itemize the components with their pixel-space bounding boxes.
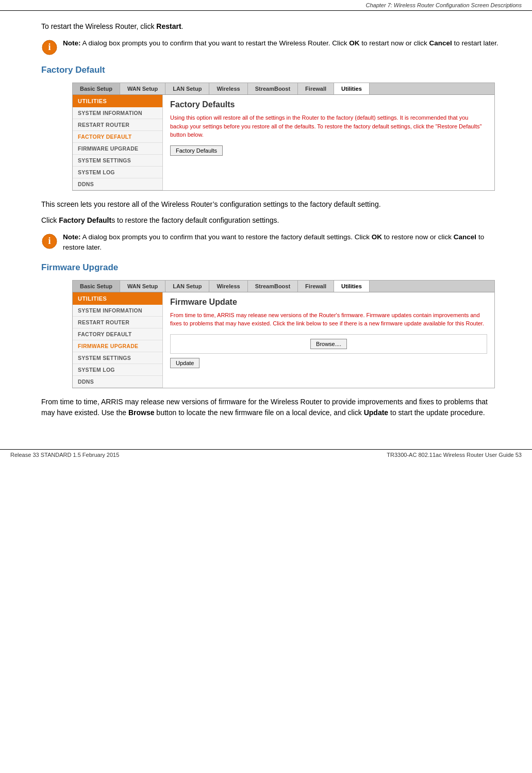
fw-sidebar-item-ddns[interactable]: DDNS bbox=[73, 376, 162, 388]
fw-sidebar-item-firmware-upgrade[interactable]: FIRMWARE UPGRADE bbox=[73, 340, 162, 352]
factory-defaults-button[interactable]: Factory Defaults bbox=[170, 145, 223, 156]
sidebar-header: UTILITIES bbox=[73, 95, 162, 107]
firmware-nav-tabs: Basic Setup WAN Setup LAN Setup Wireless… bbox=[73, 281, 494, 292]
factory-main-desc: Using this option will restore all of th… bbox=[170, 113, 487, 139]
chapter-title: Chapter 7: Wireless Router Configuration… bbox=[365, 2, 522, 8]
firmware-sidebar: UTILITIES SYSTEM INFORMATION RESTART ROU… bbox=[73, 292, 163, 388]
factory-note-text: Note: A dialog box prompts you to confir… bbox=[63, 232, 501, 253]
tab-wireless[interactable]: Wireless bbox=[209, 83, 247, 94]
firmware-main-desc: From time to time, ARRIS may release new… bbox=[170, 311, 487, 328]
firmware-router-ui: Basic Setup WAN Setup LAN Setup Wireless… bbox=[72, 280, 495, 388]
sidebar-item-system-settings[interactable]: SYSTEM SETTINGS bbox=[73, 155, 162, 167]
page-footer: Release 33 STANDARD 1.5 February 2015 TR… bbox=[0, 449, 532, 460]
firmware-body-text: From time to time, ARRIS may release new… bbox=[41, 397, 501, 418]
tab-utilities[interactable]: Utilities bbox=[334, 83, 370, 94]
fw-sidebar-item-system-information[interactable]: SYSTEM INFORMATION bbox=[73, 305, 162, 317]
factory-sidebar: UTILITIES SYSTEM INFORMATION RESTART ROU… bbox=[73, 95, 163, 190]
tab-basic-setup[interactable]: Basic Setup bbox=[73, 83, 120, 94]
tab-streamboost[interactable]: StreamBoost bbox=[248, 83, 298, 94]
firmware-browse-row: Browse.... bbox=[170, 334, 487, 354]
footer-right: TR3300-AC 802.11ac Wireless Router User … bbox=[387, 452, 522, 458]
factory-default-heading: Factory Default bbox=[41, 65, 501, 75]
factory-router-main: Factory Defaults Using this option will … bbox=[163, 95, 494, 190]
tab-lan-setup[interactable]: LAN Setup bbox=[165, 83, 209, 94]
fw-tab-wan-setup[interactable]: WAN Setup bbox=[120, 281, 165, 292]
info-icon: i bbox=[41, 39, 58, 56]
fw-sidebar-item-factory-default[interactable]: FACTORY DEFAULT bbox=[73, 328, 162, 340]
sidebar-item-system-log[interactable]: SYSTEM LOG bbox=[73, 167, 162, 178]
firmware-browse-button[interactable]: Browse.... bbox=[310, 339, 347, 349]
fw-tab-utilities[interactable]: Utilities bbox=[334, 281, 370, 292]
firmware-router-main: Firmware Update From time to time, ARRIS… bbox=[163, 292, 494, 388]
firmware-router-body: UTILITIES SYSTEM INFORMATION RESTART ROU… bbox=[73, 292, 494, 388]
sidebar-item-system-information[interactable]: SYSTEM INFORMATION bbox=[73, 107, 162, 119]
svg-text:i: i bbox=[48, 42, 51, 52]
fw-tab-lan-setup[interactable]: LAN Setup bbox=[165, 281, 209, 292]
factory-default-section: Factory Default Basic Setup WAN Setup LA… bbox=[41, 65, 501, 253]
firmware-upgrade-section: Firmware Upgrade Basic Setup WAN Setup L… bbox=[41, 262, 501, 418]
fw-tab-basic-setup[interactable]: Basic Setup bbox=[73, 281, 120, 292]
tab-wan-setup[interactable]: WAN Setup bbox=[120, 83, 165, 94]
fw-sidebar-item-system-settings[interactable]: SYSTEM SETTINGS bbox=[73, 352, 162, 364]
restart-note-block: i Note: A dialog box prompts you to conf… bbox=[41, 38, 501, 56]
factory-body-text2: Click Factory Defaults to restore the fa… bbox=[41, 215, 501, 226]
factory-note-block: i Note: A dialog box prompts you to conf… bbox=[41, 232, 501, 253]
fw-sidebar-header: UTILITIES bbox=[73, 292, 162, 305]
firmware-upgrade-heading: Firmware Upgrade bbox=[41, 262, 501, 273]
fw-sidebar-item-restart-router[interactable]: RESTART ROUTER bbox=[73, 317, 162, 328]
footer-left: Release 33 STANDARD 1.5 February 2015 bbox=[10, 452, 119, 458]
restart-note-text: Note: A dialog box prompts you to confir… bbox=[63, 38, 498, 48]
factory-default-router-ui: Basic Setup WAN Setup LAN Setup Wireless… bbox=[72, 83, 495, 191]
factory-router-body: UTILITIES SYSTEM INFORMATION RESTART ROU… bbox=[73, 95, 494, 190]
info-icon-2: i bbox=[41, 233, 58, 250]
factory-nav-tabs: Basic Setup WAN Setup LAN Setup Wireless… bbox=[73, 83, 494, 95]
svg-text:i: i bbox=[48, 236, 51, 246]
fw-tab-wireless[interactable]: Wireless bbox=[209, 281, 247, 292]
fw-tab-streamboost[interactable]: StreamBoost bbox=[248, 281, 298, 292]
restart-intro: To restart the Wireless Router, click Re… bbox=[41, 21, 501, 32]
tab-firewall[interactable]: Firewall bbox=[298, 83, 334, 94]
main-content: To restart the Wireless Router, click Re… bbox=[0, 11, 532, 434]
sidebar-item-restart-router[interactable]: RESTART ROUTER bbox=[73, 119, 162, 131]
sidebar-item-ddns[interactable]: DDNS bbox=[73, 178, 162, 190]
fw-sidebar-item-system-log[interactable]: SYSTEM LOG bbox=[73, 364, 162, 376]
sidebar-item-firmware-upgrade[interactable]: FIRMWARE UPGRADE bbox=[73, 143, 162, 155]
fw-tab-firewall[interactable]: Firewall bbox=[298, 281, 334, 292]
firmware-main-title: Firmware Update bbox=[170, 298, 487, 307]
page-header: Chapter 7: Wireless Router Configuration… bbox=[0, 0, 532, 11]
firmware-update-button[interactable]: Update bbox=[170, 358, 200, 368]
sidebar-item-factory-default[interactable]: FACTORY DEFAULT bbox=[73, 131, 162, 143]
factory-body-text1: This screen lets you restore all of the … bbox=[41, 199, 501, 210]
factory-main-title: Factory Defaults bbox=[170, 100, 487, 109]
